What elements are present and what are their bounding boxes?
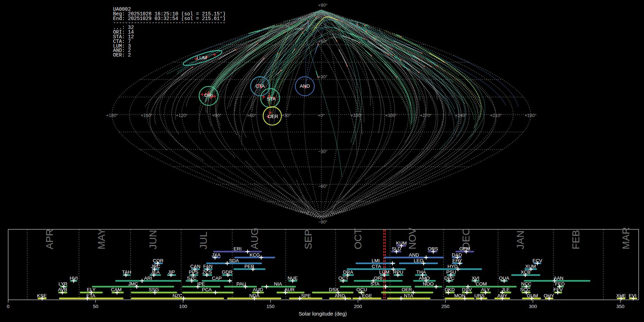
svg-text:LUM: LUM (379, 269, 389, 275)
svg-text:XVI: XVI (472, 275, 479, 281)
svg-text:KSE: KSE (37, 293, 47, 298)
svg-text:ORI: ORI (374, 275, 382, 281)
svg-text:CAN: CAN (190, 264, 200, 269)
svg-text:+330°: +330° (350, 113, 362, 118)
svg-text:PPS: PPS (189, 269, 199, 275)
svg-text:DPC: DPC (444, 275, 455, 281)
svg-text:+120°: +120° (176, 113, 187, 118)
svg-text:+30°: +30° (282, 113, 291, 118)
svg-text:GDR: GDR (222, 269, 233, 275)
svg-text:THA: THA (416, 269, 426, 275)
svg-text:XHE: XHE (616, 293, 626, 298)
svg-text:AVB: AVB (58, 287, 67, 292)
svg-text:AUG: AUG (249, 228, 260, 249)
svg-text:JUN: JUN (147, 230, 158, 249)
svg-text:SLD: SLD (392, 246, 401, 252)
svg-text:JIP: JIP (168, 269, 175, 275)
svg-text:DRA: DRA (343, 269, 353, 275)
svg-text:CTA: CTA (372, 264, 381, 269)
svg-text:JMC: JMC (128, 281, 138, 287)
svg-text:+270°: +270° (420, 113, 431, 118)
svg-text:EGE: EGE (362, 293, 372, 298)
svg-text:APR: APR (44, 229, 55, 249)
svg-text:50: 50 (93, 304, 98, 309)
svg-text:+180°: +180° (525, 113, 536, 118)
svg-text:DSX: DSX (329, 287, 339, 292)
svg-text:NOO: NOO (423, 281, 434, 287)
svg-text:URS: URS (474, 293, 484, 298)
svg-text:GUM: GUM (527, 293, 538, 298)
svg-text:PAU: PAU (236, 281, 246, 287)
svg-text:LYR: LYR (58, 281, 67, 287)
svg-text:CAP: CAP (212, 275, 222, 281)
svg-text:HVI: HVI (70, 275, 78, 281)
svg-text:AND: AND (300, 83, 310, 89)
svg-text:ORI: ORI (204, 93, 213, 98)
svg-text:OER: 2: OER: 2 (113, 53, 131, 58)
svg-text:NTA: NTA (404, 293, 413, 298)
svg-text:DKD: DKD (445, 287, 455, 292)
svg-text:ZCS: ZCS (203, 269, 212, 275)
svg-text:Solar longitude (deg): Solar longitude (deg) (299, 311, 347, 317)
svg-text:JAN: JAN (515, 230, 526, 249)
svg-text:STA: STA (370, 281, 379, 287)
svg-text:JEA: JEA (151, 269, 160, 275)
svg-text:QUA: QUA (499, 275, 509, 281)
svg-text:+150°: +150° (141, 113, 152, 118)
svg-text:XCB: XCB (521, 269, 531, 275)
svg-text:300: 300 (529, 304, 537, 309)
svg-text:+210°: +210° (490, 113, 502, 118)
svg-text:KUM: KUM (396, 240, 407, 246)
svg-text:OCT: OCT (338, 275, 348, 281)
svg-text:−90°: −90° (318, 220, 327, 225)
svg-text:PER: PER (244, 264, 254, 269)
svg-text:NOV: NOV (407, 228, 418, 249)
svg-text:+30°: +30° (318, 74, 327, 79)
svg-text:−30°: −30° (318, 149, 327, 154)
svg-text:JXA: JXA (212, 252, 221, 258)
svg-text:SCC: SCC (520, 287, 531, 292)
svg-text:AUR: AUR (284, 287, 295, 292)
svg-text:DSV: DSV (462, 287, 472, 292)
svg-text:SDA: SDA (229, 258, 239, 263)
svg-text:MAR: MAR (620, 227, 631, 249)
svg-text:ERI: ERI (234, 246, 241, 252)
svg-text:EVI: EVI (629, 293, 636, 298)
svg-text:+0°: +0° (318, 113, 325, 118)
svg-text:+90°: +90° (318, 3, 327, 8)
svg-text:−60°: −60° (318, 184, 327, 189)
svg-text:NZC: NZC (172, 293, 182, 298)
svg-text:+240°: +240° (455, 113, 467, 118)
svg-text:CTA: CTA (255, 83, 265, 89)
svg-text:+60°: +60° (247, 113, 256, 118)
svg-text:SEP: SEP (303, 229, 314, 249)
svg-text:200: 200 (354, 304, 362, 309)
svg-text:ARI: ARI (144, 275, 152, 281)
svg-text:NDA: NDA (249, 293, 259, 298)
svg-text:SZC: SZC (187, 275, 197, 281)
svg-text:ALY: ALY (481, 287, 490, 292)
svg-text:PCA: PCA (202, 287, 212, 292)
svg-text:LEO: LEO (414, 258, 424, 263)
svg-text:SSG: SSG (149, 287, 159, 292)
svg-text:NUE: NUE (288, 275, 298, 281)
svg-text:350: 350 (616, 304, 625, 309)
svg-text:IPE: IPE (197, 281, 205, 287)
svg-text:+90°: +90° (212, 113, 221, 118)
svg-text:MAY: MAY (96, 228, 107, 249)
svg-text:KCG: KCG (249, 252, 260, 258)
svg-text:NCC: NCC (521, 281, 531, 287)
svg-text:TAH: TAH (122, 269, 131, 275)
svg-text:JUL: JUL (198, 231, 209, 249)
svg-text:JLE: JLE (501, 287, 509, 292)
svg-text:LUM: LUM (197, 55, 207, 60)
svg-text:OCT: OCT (352, 228, 364, 249)
svg-text:+60°: +60° (318, 39, 327, 44)
svg-text:CQR: CQR (153, 258, 164, 263)
svg-text:0: 0 (7, 304, 10, 309)
svg-text:OER: OER (268, 114, 278, 119)
svg-text:ECV: ECV (532, 258, 542, 263)
svg-text:FED: FED (555, 281, 565, 287)
svg-text:AHY: AHY (497, 293, 507, 298)
svg-text:SPE: SPE (301, 293, 311, 298)
